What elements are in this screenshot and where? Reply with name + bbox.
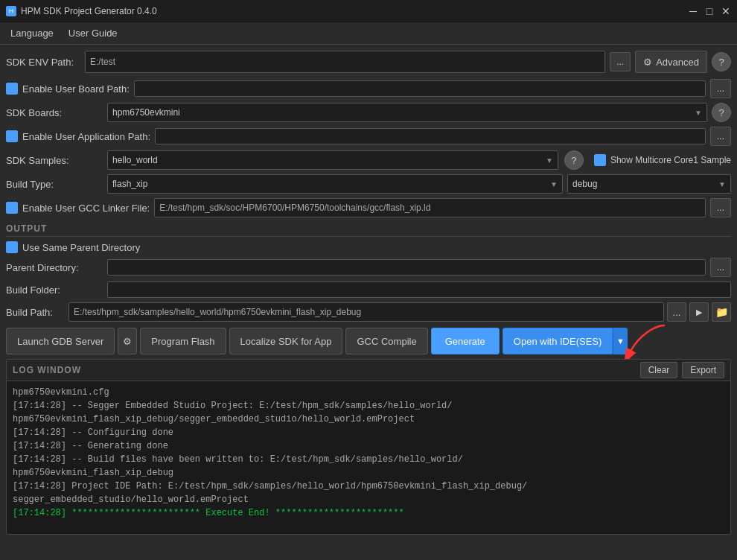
user-board-browse-button[interactable]: ... [710, 79, 731, 98]
build-type-value1: flash_xip [112, 179, 147, 189]
advanced-label: Advanced [656, 57, 699, 68]
launch-gdb-button[interactable]: Launch GDB Server [6, 328, 115, 354]
sdk-boards-dropdown-arrow: ▼ [695, 109, 702, 117]
enable-user-app-row: Enable User Application Path: ... [6, 127, 731, 146]
enable-user-app-checkbox[interactable] [6, 130, 18, 142]
build-folder-row: Build Folder: [6, 281, 731, 298]
build-type-row: Build Type: flash_xip ▼ debug ▼ [6, 174, 731, 194]
title-bar-left: H HPM SDK Project Generator 0.4.0 [6, 6, 157, 16]
enable-user-board-row: Enable User Board Path: ... [6, 79, 731, 98]
build-folder-label: Build Folder: [6, 284, 103, 296]
sdk-env-browse-button[interactable]: ... [610, 52, 631, 71]
enable-gcc-linker-label: Enable User GCC Linker File: [22, 203, 150, 214]
close-button[interactable]: ✕ [721, 6, 731, 16]
parent-dir-label: Parent Directory: [6, 262, 103, 273]
build-path-folder-button[interactable]: 📁 [712, 302, 731, 322]
build-path-row: Build Path: ... ▶ 📁 [6, 302, 731, 322]
sdk-samples-help-button[interactable]: ? [564, 150, 584, 170]
sdk-samples-value: hello_world [112, 155, 158, 165]
log-window: LOG WINDOW Clear Export hpm6750evkmini.c… [6, 359, 731, 535]
use-same-parent-checkbox[interactable] [6, 241, 18, 253]
log-header: LOG WINDOW Clear Export [7, 360, 730, 381]
log-line: [17:14:28] -- Generating done [13, 439, 724, 453]
generate-button[interactable]: Generate [431, 328, 500, 354]
sdk-boards-label: SDK Boards: [6, 107, 103, 118]
sdk-boards-dropdown[interactable]: hpm6750evkmini ▼ [107, 103, 707, 122]
build-type-dropdown2-arrow: ▼ [718, 180, 726, 188]
title-bar: H HPM SDK Project Generator 0.4.0 ─ □ ✕ [0, 0, 737, 22]
action-bar: Launch GDB Server ⚙ Program Flash Locali… [6, 328, 731, 354]
enable-user-board-label: Enable User Board Path: [22, 83, 130, 95]
multicore-label: Show Multicore Core1 Sample [610, 155, 731, 165]
annotation-arrow [624, 322, 669, 359]
sdk-boards-row: SDK Boards: hpm6750evkmini ▼ ? [6, 103, 731, 122]
user-app-browse-button[interactable]: ... [710, 127, 731, 146]
sdk-samples-dropdown[interactable]: hello_world ▼ [107, 150, 558, 170]
sdk-samples-label: SDK Samples: [6, 155, 103, 166]
enable-user-app-label: Enable User Application Path: [22, 131, 150, 142]
app-title: HPM SDK Project Generator 0.4.0 [21, 6, 157, 16]
parent-dir-row: Parent Directory: ... [6, 258, 731, 277]
build-type-dropdown1-arrow: ▼ [550, 180, 558, 188]
sdk-env-input[interactable] [85, 51, 605, 73]
open-ide-container: Open with IDE(SES) ▼ [502, 328, 628, 354]
sdk-boards-help-button[interactable]: ? [712, 103, 731, 122]
log-line: [17:14:28] -- Segger Embedded Studio Pro… [13, 399, 724, 413]
program-flash-button[interactable]: Program Flash [140, 328, 226, 354]
user-app-path-input[interactable] [155, 128, 706, 144]
gcc-linker-input[interactable] [154, 198, 706, 217]
build-path-terminal-button[interactable]: ▶ [689, 302, 709, 322]
multicore-checkbox[interactable] [594, 154, 606, 166]
build-path-input[interactable] [68, 302, 664, 322]
localize-sdk-button[interactable]: Localize SDK for App [229, 328, 343, 354]
menu-user-guide[interactable]: User Guide [61, 25, 125, 42]
log-lines: hpm6750evkmini.cfg[17:14:28] -- Segger E… [13, 386, 724, 520]
log-line: segger_embedded_studio/hello_world.emPro… [13, 493, 724, 506]
build-folder-input[interactable] [107, 281, 731, 298]
log-header-buttons: Clear Export [640, 362, 724, 378]
log-line: [17:14:28] ************************ Exec… [13, 506, 724, 520]
output-section-header: OUTPUT [6, 223, 731, 237]
minimize-button[interactable]: ─ [688, 6, 698, 16]
log-line: [17:14:28] -- Configuring done [13, 426, 724, 439]
enable-gcc-linker-row: Enable User GCC Linker File: ... [6, 198, 731, 217]
log-line: hpm6750evkmini_flash_xip_debug/segger_em… [13, 413, 724, 426]
log-line: hpm6750evkmini.cfg [13, 386, 724, 399]
build-type-label: Build Type: [6, 179, 103, 190]
open-ide-button[interactable]: Open with IDE(SES) [502, 328, 613, 354]
gcc-linker-browse-button[interactable]: ... [710, 198, 731, 217]
use-same-parent-row: Use Same Parent Directory [6, 241, 731, 253]
build-path-browse-button[interactable]: ... [667, 302, 686, 322]
parent-dir-input[interactable] [107, 259, 706, 276]
log-export-button[interactable]: Export [682, 362, 724, 378]
build-type-dropdown1[interactable]: flash_xip ▼ [107, 174, 563, 194]
enable-user-board-checkbox[interactable] [6, 83, 18, 95]
gcc-compile-button[interactable]: GCC Compile [345, 328, 427, 354]
build-type-dropdown2[interactable]: debug ▼ [567, 174, 731, 194]
sdk-env-help-button[interactable]: ? [712, 52, 731, 71]
parent-dir-browse-button[interactable]: ... [710, 258, 731, 277]
log-window-title: LOG WINDOW [13, 365, 81, 375]
gear-icon: ⚙ [643, 57, 652, 68]
log-line: [17:14:28] -- Build files have been writ… [13, 453, 724, 466]
menu-bar: Language User Guide [0, 22, 737, 45]
sdk-samples-row: SDK Samples: hello_world ▼ ? Show Multic… [6, 150, 731, 170]
user-board-path-input[interactable] [134, 80, 706, 97]
sdk-samples-dropdown-arrow: ▼ [546, 156, 553, 165]
enable-gcc-linker-checkbox[interactable] [6, 202, 18, 214]
launch-gdb-gear-button[interactable]: ⚙ [118, 328, 137, 354]
menu-language[interactable]: Language [3, 25, 61, 42]
maximize-button[interactable]: □ [704, 6, 715, 16]
build-path-label: Build Path: [6, 307, 66, 318]
gear-icon2: ⚙ [123, 336, 132, 347]
app-icon: H [6, 6, 16, 16]
log-content[interactable]: hpm6750evkmini.cfg[17:14:28] -- Segger E… [7, 381, 730, 534]
sdk-env-label: SDK ENV Path: [6, 57, 80, 68]
log-clear-button[interactable]: Clear [640, 362, 678, 378]
build-type-value2: debug [572, 179, 597, 189]
window-controls: ─ □ ✕ [688, 6, 731, 16]
main-content: SDK ENV Path: ... ⚙ Advanced ? Enable Us… [0, 45, 737, 541]
sdk-boards-value: hpm6750evkmini [112, 107, 180, 118]
advanced-button[interactable]: ⚙ Advanced [635, 51, 707, 73]
open-ide-arrow-icon: ▼ [616, 337, 625, 346]
